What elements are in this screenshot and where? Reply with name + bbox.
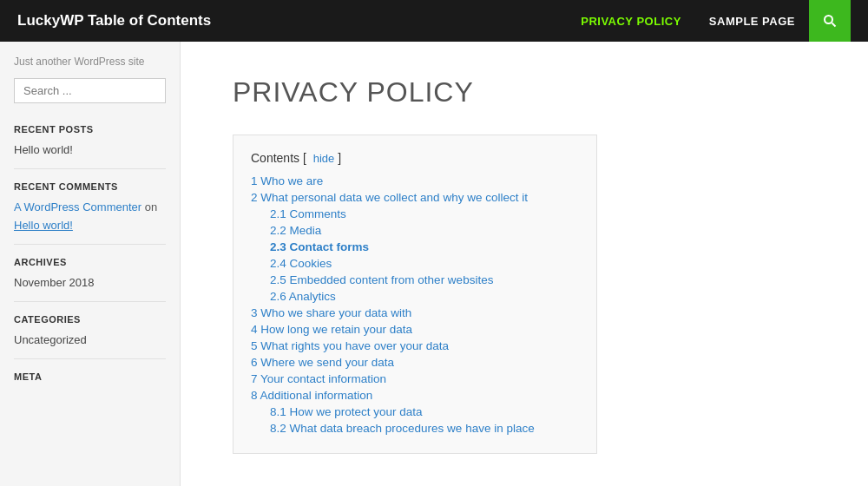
search-input[interactable]: [14, 78, 166, 103]
sidebar-item-hello-world[interactable]: Hello world!: [14, 143, 166, 156]
divider-4: [14, 358, 166, 359]
sidebar: Just another WordPress site RECENT POSTS…: [0, 42, 181, 486]
divider-3: [14, 301, 166, 302]
search-icon: [823, 14, 837, 28]
toc-hide-link[interactable]: hide: [313, 152, 335, 165]
toc-link-2[interactable]: 2 What personal data we collect and why …: [251, 191, 528, 204]
svg-line-1: [832, 23, 836, 27]
toc-sublist-2: 2.1 Comments 2.2 Media 2.3 Contact forms…: [251, 207, 579, 303]
toc-item-2: 2 What personal data we collect and why …: [251, 190, 579, 303]
toc-item-1: 1 Who we are: [251, 174, 579, 187]
toc-link-3[interactable]: 3 Who we share your data with: [251, 306, 411, 319]
toc-sublist-8: 8.1 How we protect your data 8.2 What da…: [251, 404, 579, 435]
table-of-contents: Contents [ hide ] 1 Who we are 2 What pe…: [233, 135, 597, 454]
toc-item-2-5: 2.5 Embedded content from other websites: [270, 273, 579, 286]
divider-2: [14, 244, 166, 245]
toc-list: 1 Who we are 2 What personal data we col…: [251, 174, 579, 435]
toc-link-2-1[interactable]: 2.1 Comments: [270, 207, 346, 220]
toc-link-8[interactable]: 8 Additional information: [251, 389, 372, 402]
toc-link-7[interactable]: 7 Your contact information: [251, 372, 386, 385]
toc-item-2-6: 2.6 Analytics: [270, 289, 579, 303]
toc-item-3: 3 Who we share your data with: [251, 305, 579, 319]
toc-item-2-1: 2.1 Comments: [270, 207, 579, 220]
categories-title: CATEGORIES: [14, 314, 166, 325]
toc-item-8-2: 8.2 What data breach procedures we have …: [270, 421, 579, 435]
toc-item-5: 5 What rights you have over your data: [251, 338, 579, 352]
recent-comments-title: RECENT COMMENTS: [14, 181, 166, 192]
toc-item-4: 4 How long we retain your data: [251, 322, 579, 336]
toc-item-2-4: 2.4 Cookies: [270, 256, 579, 270]
recent-posts-title: RECENT POSTS: [14, 124, 166, 135]
toc-header: Contents [ hide ]: [251, 151, 579, 165]
site-title: LuckyWP Table of Contents: [17, 12, 211, 30]
comment-item: A WordPress Commenter on: [14, 200, 166, 213]
header-nav: PRIVACY POLICY SAMPLE PAGE: [567, 0, 851, 42]
comment-on: on: [145, 200, 157, 213]
toc-link-6[interactable]: 6 Where we send your data: [251, 356, 394, 369]
toc-link-2-6[interactable]: 2.6 Analytics: [270, 290, 336, 303]
toc-link-2-4[interactable]: 2.4 Cookies: [270, 257, 332, 270]
layout: Just another WordPress site RECENT POSTS…: [0, 42, 868, 486]
main-content: PRIVACY POLICY Contents [ hide ] 1 Who w…: [181, 42, 868, 486]
toc-item-2-2: 2.2 Media: [270, 223, 579, 237]
nav-sample-page[interactable]: SAMPLE PAGE: [695, 15, 809, 28]
svg-point-0: [825, 16, 832, 23]
nav-privacy-policy[interactable]: PRIVACY POLICY: [567, 15, 695, 28]
sidebar-archive-nov2018[interactable]: November 2018: [14, 276, 166, 289]
page-title: PRIVACY POLICY: [233, 76, 816, 108]
meta-title: META: [14, 371, 166, 382]
toc-label: Contents: [251, 151, 299, 165]
site-tagline: Just another WordPress site: [14, 56, 166, 68]
toc-item-8-1: 8.1 How we protect your data: [270, 404, 579, 418]
toc-item-6: 6 Where we send your data: [251, 355, 579, 369]
comment-post-link[interactable]: Hello world!: [14, 219, 166, 232]
toc-link-2-3[interactable]: 2.3 Contact forms: [270, 240, 369, 253]
toc-link-2-2[interactable]: 2.2 Media: [270, 224, 321, 237]
search-icon-button[interactable]: [809, 0, 851, 42]
toc-link-5[interactable]: 5 What rights you have over your data: [251, 339, 449, 352]
toc-link-4[interactable]: 4 How long we retain your data: [251, 323, 412, 336]
toc-item-8: 8 Additional information 8.1 How we prot…: [251, 388, 579, 435]
comment-author[interactable]: A WordPress Commenter: [14, 200, 141, 213]
divider-1: [14, 168, 166, 169]
toc-bracket-close: ]: [338, 151, 341, 165]
toc-link-8-1[interactable]: 8.1 How we protect your data: [270, 405, 423, 418]
header: LuckyWP Table of Contents PRIVACY POLICY…: [0, 0, 868, 42]
toc-link-1[interactable]: 1 Who we are: [251, 174, 323, 187]
sidebar-category-uncategorized[interactable]: Uncategorized: [14, 333, 166, 346]
toc-link-8-2[interactable]: 8.2 What data breach procedures we have …: [270, 422, 535, 435]
toc-link-2-5[interactable]: 2.5 Embedded content from other websites: [270, 273, 493, 286]
toc-item-7: 7 Your contact information: [251, 371, 579, 385]
toc-item-2-3: 2.3 Contact forms: [270, 240, 579, 253]
toc-bracket-open: [: [303, 151, 306, 165]
archives-title: ARCHIVES: [14, 257, 166, 267]
